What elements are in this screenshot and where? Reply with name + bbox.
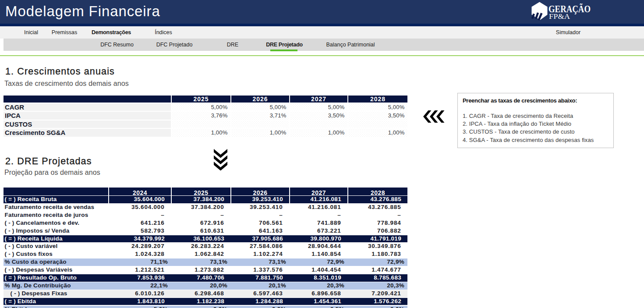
- svg-text:FP&A: FP&A: [549, 12, 570, 21]
